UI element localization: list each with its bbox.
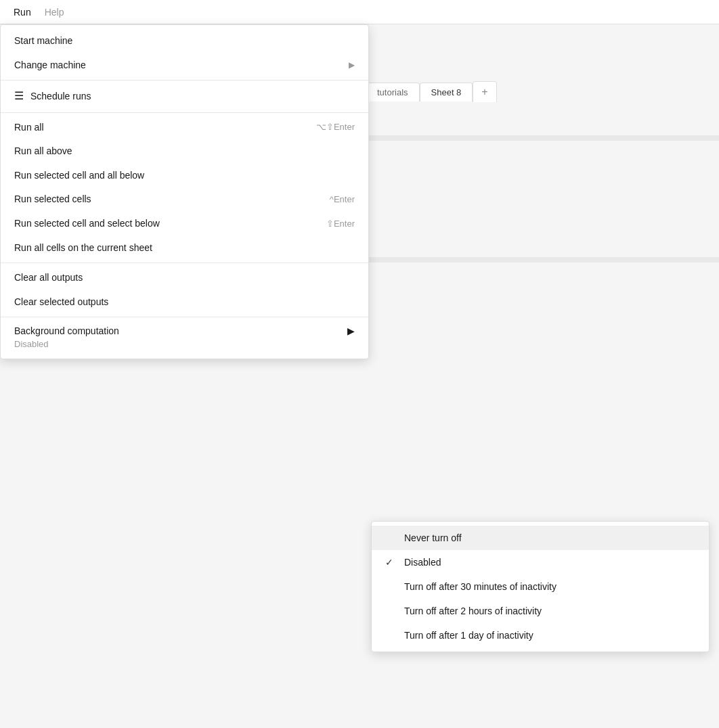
- submenu-never-turn-off[interactable]: Never turn off: [372, 526, 709, 550]
- background-computation-arrow-icon: ▶: [347, 325, 355, 336]
- tab-sheet8[interactable]: Sheet 8: [420, 83, 473, 101]
- start-machine-label: Start machine: [14, 35, 72, 48]
- tab-tutorials[interactable]: tutorials: [366, 83, 420, 101]
- clear-all-outputs-label: Clear all outputs: [14, 271, 83, 285]
- change-machine-arrow-icon: ▶: [349, 60, 355, 71]
- submenu-never-turn-off-label: Never turn off: [404, 532, 462, 543]
- run-all-current-sheet-item[interactable]: Run all cells on the current sheet: [1, 236, 368, 260]
- run-all-current-sheet-label: Run all cells on the current sheet: [14, 242, 152, 255]
- run-selected-cells-shortcut: ^Enter: [330, 194, 355, 206]
- notebook-separator-1: [366, 135, 719, 141]
- clear-selected-outputs-item[interactable]: Clear selected outputs: [1, 290, 368, 315]
- menu-bar: Run Help: [0, 0, 719, 24]
- run-all-above-item[interactable]: Run all above: [1, 139, 368, 164]
- run-selected-and-below-item[interactable]: Run selected cell and all below: [1, 164, 368, 188]
- divider-3: [1, 263, 368, 263]
- submenu-disabled-label: Disabled: [404, 557, 441, 568]
- run-selected-select-below-item[interactable]: Run selected cell and select below ⇧Ente…: [1, 212, 368, 236]
- background-computation-status: Disabled: [1, 338, 368, 355]
- submenu-2hours[interactable]: Turn off after 2 hours of inactivity: [372, 599, 709, 623]
- run-all-item[interactable]: Run all ⌥⇧Enter: [1, 116, 368, 140]
- change-machine-label: Change machine: [14, 59, 86, 72]
- help-menu-item[interactable]: Help: [39, 4, 70, 20]
- divider-2: [1, 112, 368, 113]
- run-selected-and-below-label: Run selected cell and all below: [14, 169, 144, 183]
- submenu-30min-label: Turn off after 30 minutes of inactivity: [404, 581, 557, 592]
- clear-selected-outputs-label: Clear selected outputs: [14, 296, 108, 309]
- run-selected-cells-label: Run selected cells: [14, 193, 91, 206]
- run-dropdown-menu: Start machine Change machine ▶ ☰ Schedul…: [0, 24, 369, 359]
- schedule-runs-label: Schedule runs: [30, 90, 91, 104]
- schedule-runs-item[interactable]: ☰ Schedule runs: [1, 83, 368, 109]
- tab-add-button[interactable]: +: [473, 81, 496, 102]
- run-selected-select-below-shortcut: ⇧Enter: [326, 218, 355, 230]
- run-selected-select-below-label: Run selected cell and select below: [14, 217, 160, 231]
- start-machine-item[interactable]: Start machine: [1, 29, 368, 53]
- submenu-30min[interactable]: Turn off after 30 minutes of inactivity: [372, 574, 709, 599]
- tab-bar: tutorials Sheet 8 +: [366, 81, 497, 102]
- submenu-disabled[interactable]: ✓ Disabled: [372, 550, 709, 574]
- background-computation-section: Background computation ▶ Disabled: [1, 320, 368, 355]
- notebook-separator-2: [366, 257, 719, 263]
- background-computation-item[interactable]: Background computation ▶: [1, 320, 368, 338]
- run-all-label: Run all: [14, 121, 44, 135]
- schedule-runs-icon: ☰: [14, 89, 24, 104]
- clear-all-outputs-item[interactable]: Clear all outputs: [1, 266, 368, 290]
- submenu-2hours-label: Turn off after 2 hours of inactivity: [404, 606, 542, 616]
- divider-4: [1, 317, 368, 317]
- submenu-1day-label: Turn off after 1 day of inactivity: [404, 630, 533, 641]
- run-selected-cells-item[interactable]: Run selected cells ^Enter: [1, 187, 368, 212]
- submenu-disabled-checkmark-icon: ✓: [385, 557, 396, 568]
- change-machine-item[interactable]: Change machine ▶: [1, 53, 368, 78]
- run-all-above-label: Run all above: [14, 145, 72, 158]
- submenu-1day[interactable]: Turn off after 1 day of inactivity: [372, 623, 709, 647]
- run-all-shortcut: ⌥⇧Enter: [316, 121, 355, 133]
- run-menu-item[interactable]: Run: [8, 4, 37, 20]
- background-computation-label: Background computation: [14, 325, 119, 336]
- divider-1: [1, 80, 368, 81]
- background-computation-submenu: Never turn off ✓ Disabled Turn off after…: [371, 521, 710, 652]
